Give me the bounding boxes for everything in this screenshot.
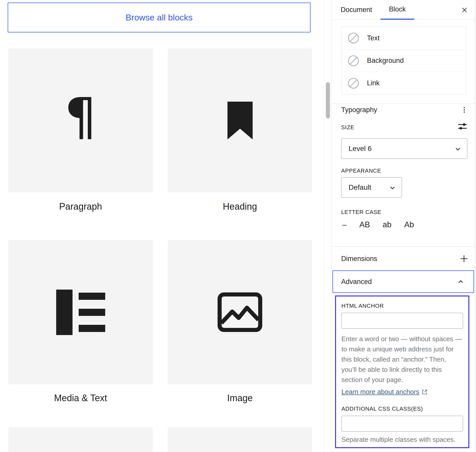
settings-sidebar: Document Block Text Background bbox=[331, 0, 476, 452]
color-setting-background[interactable]: Background bbox=[341, 49, 466, 72]
letter-case-none[interactable]: – bbox=[342, 220, 347, 229]
color-setting-link[interactable]: Link bbox=[341, 72, 466, 94]
letter-case-capitalize[interactable]: Ab bbox=[404, 220, 414, 229]
plus-icon[interactable] bbox=[458, 253, 470, 265]
panel-divider bbox=[324, 0, 324, 452]
heading-bookmark-icon bbox=[227, 102, 253, 139]
dimensions-title: Dimensions bbox=[341, 255, 377, 263]
external-link-icon bbox=[421, 389, 428, 395]
html-anchor-input[interactable] bbox=[341, 313, 463, 329]
sidebar-header: Document Block bbox=[331, 0, 476, 20]
browse-all-blocks-button[interactable]: Browse all blocks bbox=[8, 3, 311, 32]
css-classes-label: ADDITIONAL CSS CLASS(ES) bbox=[341, 406, 463, 412]
color-setting-label: Background bbox=[367, 57, 404, 65]
block-editor-screen: Browse all blocks ¶ Paragraph Heading bbox=[0, 0, 476, 452]
color-settings-panel: Text Background Link bbox=[341, 27, 466, 94]
block-inserter-panel: Browse all blocks ¶ Paragraph Heading bbox=[0, 0, 324, 452]
color-setting-label: Link bbox=[367, 79, 380, 87]
block-item-image[interactable] bbox=[168, 240, 312, 384]
block-label-paragraph: Paragraph bbox=[8, 201, 153, 212]
block-item-paragraph[interactable]: ¶ bbox=[8, 49, 153, 192]
css-classes-help: Separate multiple classes with spaces. bbox=[341, 436, 463, 444]
chevron-down-icon bbox=[388, 183, 397, 192]
block-item-partial-right[interactable] bbox=[168, 427, 312, 452]
html-anchor-label: HTML ANCHOR bbox=[341, 303, 463, 309]
sidebar-scrollbar-track[interactable] bbox=[475, 0, 476, 452]
no-color-icon bbox=[348, 55, 359, 67]
css-classes-input[interactable] bbox=[341, 416, 463, 432]
media-text-icon bbox=[56, 290, 105, 335]
kebab-menu-icon[interactable] bbox=[459, 104, 470, 115]
block-label-image: Image bbox=[168, 393, 312, 403]
block-item-partial-left[interactable] bbox=[8, 427, 153, 452]
typography-title: Typography bbox=[341, 106, 377, 114]
letter-case-lowercase[interactable]: ab bbox=[383, 220, 391, 229]
advanced-panel-toggle[interactable]: Advanced bbox=[332, 270, 474, 293]
block-item-heading[interactable] bbox=[168, 49, 312, 192]
learn-more-link[interactable]: Learn more about anchors bbox=[341, 388, 419, 396]
appearance-value: Default bbox=[349, 183, 371, 192]
letter-case-options: – AB ab Ab bbox=[342, 220, 414, 229]
block-item-media-text[interactable] bbox=[8, 240, 153, 384]
tab-block[interactable]: Block bbox=[380, 0, 414, 20]
tab-document[interactable]: Document bbox=[332, 0, 380, 20]
block-label-media-text: Media & Text bbox=[8, 393, 153, 403]
letter-case-uppercase[interactable]: AB bbox=[359, 220, 370, 229]
letter-case-label: LETTER CASE bbox=[341, 209, 381, 216]
typography-header[interactable]: Typography bbox=[341, 104, 469, 116]
heading-level-value: Level 6 bbox=[349, 145, 372, 153]
sliders-icon[interactable] bbox=[457, 121, 468, 132]
appearance-select[interactable]: Default bbox=[341, 177, 402, 198]
close-icon[interactable] bbox=[460, 5, 469, 15]
chevron-up-icon bbox=[456, 277, 465, 286]
heading-level-select[interactable]: Level 6 bbox=[341, 138, 467, 159]
block-label-heading: Heading bbox=[168, 201, 312, 212]
advanced-panel-content: HTML ANCHOR Enter a word or two — withou… bbox=[335, 295, 469, 448]
left-panel-scrollbar[interactable] bbox=[326, 82, 330, 118]
paragraph-icon: ¶ bbox=[64, 91, 97, 142]
section-divider bbox=[331, 246, 476, 247]
image-icon bbox=[218, 292, 262, 332]
no-color-icon bbox=[348, 32, 359, 44]
html-anchor-help: Enter a word or two — without spaces — t… bbox=[341, 334, 463, 385]
color-setting-text[interactable]: Text bbox=[341, 27, 466, 49]
advanced-title: Advanced bbox=[341, 278, 372, 286]
color-setting-label: Text bbox=[367, 34, 380, 42]
learn-more-row: Learn more about anchors bbox=[341, 388, 463, 396]
dimensions-header[interactable]: Dimensions bbox=[341, 252, 467, 266]
appearance-label: APPEARANCE bbox=[341, 168, 381, 174]
no-color-icon bbox=[348, 77, 359, 89]
chevron-down-icon bbox=[453, 144, 462, 153]
size-label: SIZE bbox=[341, 124, 354, 131]
